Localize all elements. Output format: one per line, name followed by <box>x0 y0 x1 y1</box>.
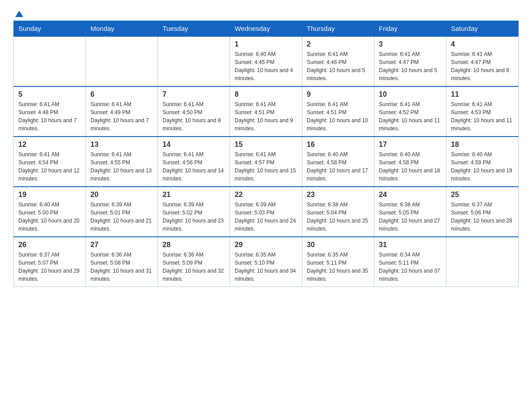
day-info: Sunrise: 6:41 AMSunset: 4:57 PMDaylight:… <box>235 150 297 183</box>
weekday-header-monday: Monday <box>86 21 158 37</box>
day-info: Sunrise: 6:41 AMSunset: 4:56 PMDaylight:… <box>163 150 225 183</box>
calendar-cell: 6Sunrise: 6:41 AMSunset: 4:49 PMDaylight… <box>86 86 158 137</box>
calendar-cell: 27Sunrise: 6:36 AMSunset: 5:08 PMDayligh… <box>86 237 158 287</box>
day-info: Sunrise: 6:41 AMSunset: 4:47 PMDaylight:… <box>379 50 442 82</box>
day-info: Sunrise: 6:39 AMSunset: 5:01 PMDaylight:… <box>90 201 153 233</box>
day-number: 17 <box>379 141 442 149</box>
day-info: Sunrise: 6:40 AMSunset: 4:59 PMDaylight:… <box>451 150 514 183</box>
day-info: Sunrise: 6:38 AMSunset: 5:04 PMDaylight:… <box>307 201 369 233</box>
day-number: 7 <box>163 90 225 98</box>
calendar-cell: 1Sunrise: 6:40 AMSunset: 4:45 PMDaylight… <box>230 36 302 86</box>
day-number: 20 <box>90 191 153 199</box>
day-info: Sunrise: 6:40 AMSunset: 4:58 PMDaylight:… <box>379 150 442 183</box>
calendar-cell: 22Sunrise: 6:39 AMSunset: 5:03 PMDayligh… <box>230 187 302 237</box>
day-number: 31 <box>379 241 442 249</box>
day-number: 5 <box>18 90 81 98</box>
day-info: Sunrise: 6:41 AMSunset: 4:51 PMDaylight:… <box>235 100 297 133</box>
calendar-cell: 16Sunrise: 6:40 AMSunset: 4:58 PMDayligh… <box>302 137 374 187</box>
weekday-header-wednesday: Wednesday <box>230 21 302 37</box>
day-number: 2 <box>307 40 369 48</box>
calendar-cell: 17Sunrise: 6:40 AMSunset: 4:58 PMDayligh… <box>374 137 446 187</box>
calendar-cell: 26Sunrise: 6:37 AMSunset: 5:07 PMDayligh… <box>14 237 86 287</box>
day-info: Sunrise: 6:40 AMSunset: 5:00 PMDaylight:… <box>18 201 81 233</box>
day-info: Sunrise: 6:41 AMSunset: 4:47 PMDaylight:… <box>451 50 514 82</box>
weekday-header-saturday: Saturday <box>446 21 519 37</box>
day-info: Sunrise: 6:34 AMSunset: 5:11 PMDaylight:… <box>379 251 442 283</box>
day-number: 8 <box>235 90 297 98</box>
day-number: 3 <box>379 40 442 48</box>
calendar-cell: 28Sunrise: 6:36 AMSunset: 5:09 PMDayligh… <box>158 237 230 287</box>
weekday-header-thursday: Thursday <box>302 21 374 37</box>
calendar-cell: 29Sunrise: 6:35 AMSunset: 5:10 PMDayligh… <box>230 237 302 287</box>
day-number: 26 <box>18 241 81 249</box>
day-info: Sunrise: 6:41 AMSunset: 4:51 PMDaylight:… <box>307 100 369 133</box>
calendar-cell <box>14 36 86 86</box>
logo <box>13 9 24 16</box>
calendar-week-row: 12Sunrise: 6:41 AMSunset: 4:54 PMDayligh… <box>14 137 519 187</box>
calendar-cell: 5Sunrise: 6:41 AMSunset: 4:48 PMDaylight… <box>14 86 86 137</box>
calendar-cell <box>86 36 158 86</box>
day-number: 4 <box>451 40 514 48</box>
day-info: Sunrise: 6:39 AMSunset: 5:03 PMDaylight:… <box>235 201 297 233</box>
day-info: Sunrise: 6:36 AMSunset: 5:08 PMDaylight:… <box>90 251 153 283</box>
calendar-week-row: 5Sunrise: 6:41 AMSunset: 4:48 PMDaylight… <box>14 86 519 137</box>
day-info: Sunrise: 6:35 AMSunset: 5:11 PMDaylight:… <box>307 251 369 283</box>
calendar-cell: 19Sunrise: 6:40 AMSunset: 5:00 PMDayligh… <box>14 187 86 237</box>
day-info: Sunrise: 6:40 AMSunset: 4:58 PMDaylight:… <box>307 150 369 183</box>
day-info: Sunrise: 6:41 AMSunset: 4:54 PMDaylight:… <box>18 150 81 183</box>
calendar-cell: 14Sunrise: 6:41 AMSunset: 4:56 PMDayligh… <box>158 137 230 187</box>
day-number: 30 <box>307 241 369 249</box>
day-number: 14 <box>163 141 225 149</box>
weekday-header-sunday: Sunday <box>14 21 86 37</box>
day-info: Sunrise: 6:40 AMSunset: 4:45 PMDaylight:… <box>235 50 297 82</box>
calendar-cell: 11Sunrise: 6:41 AMSunset: 4:53 PMDayligh… <box>446 86 519 137</box>
day-number: 10 <box>379 90 442 98</box>
calendar-week-row: 1Sunrise: 6:40 AMSunset: 4:45 PMDaylight… <box>14 36 519 86</box>
calendar-cell: 3Sunrise: 6:41 AMSunset: 4:47 PMDaylight… <box>374 36 446 86</box>
calendar-cell: 2Sunrise: 6:41 AMSunset: 4:46 PMDaylight… <box>302 36 374 86</box>
weekday-header-friday: Friday <box>374 21 446 37</box>
calendar-week-row: 19Sunrise: 6:40 AMSunset: 5:00 PMDayligh… <box>14 187 519 237</box>
day-number: 18 <box>451 141 514 149</box>
calendar-cell: 24Sunrise: 6:38 AMSunset: 5:05 PMDayligh… <box>374 187 446 237</box>
day-number: 11 <box>451 90 514 98</box>
day-info: Sunrise: 6:39 AMSunset: 5:02 PMDaylight:… <box>163 201 225 233</box>
day-info: Sunrise: 6:36 AMSunset: 5:09 PMDaylight:… <box>163 251 225 283</box>
day-number: 16 <box>307 141 369 149</box>
day-number: 23 <box>307 191 369 199</box>
calendar-header-row: SundayMondayTuesdayWednesdayThursdayFrid… <box>14 21 519 37</box>
day-info: Sunrise: 6:41 AMSunset: 4:52 PMDaylight:… <box>379 100 442 133</box>
day-number: 24 <box>379 191 442 199</box>
calendar-cell: 20Sunrise: 6:39 AMSunset: 5:01 PMDayligh… <box>86 187 158 237</box>
svg-marker-0 <box>15 11 23 17</box>
day-info: Sunrise: 6:41 AMSunset: 4:55 PMDaylight:… <box>90 150 153 183</box>
calendar-cell: 15Sunrise: 6:41 AMSunset: 4:57 PMDayligh… <box>230 137 302 187</box>
calendar-cell: 18Sunrise: 6:40 AMSunset: 4:59 PMDayligh… <box>446 137 519 187</box>
logo-triangle-icon <box>14 9 24 19</box>
day-number: 29 <box>235 241 297 249</box>
calendar-cell: 21Sunrise: 6:39 AMSunset: 5:02 PMDayligh… <box>158 187 230 237</box>
day-number: 22 <box>235 191 297 199</box>
calendar-cell <box>158 36 230 86</box>
calendar-cell: 9Sunrise: 6:41 AMSunset: 4:51 PMDaylight… <box>302 86 374 137</box>
day-info: Sunrise: 6:41 AMSunset: 4:50 PMDaylight:… <box>163 100 225 133</box>
day-number: 21 <box>163 191 225 199</box>
day-info: Sunrise: 6:41 AMSunset: 4:46 PMDaylight:… <box>307 50 369 82</box>
page-header <box>13 9 519 16</box>
calendar-cell: 10Sunrise: 6:41 AMSunset: 4:52 PMDayligh… <box>374 86 446 137</box>
calendar-table: SundayMondayTuesdayWednesdayThursdayFrid… <box>13 21 519 287</box>
day-info: Sunrise: 6:35 AMSunset: 5:10 PMDaylight:… <box>235 251 297 283</box>
calendar-cell: 4Sunrise: 6:41 AMSunset: 4:47 PMDaylight… <box>446 36 519 86</box>
calendar-cell <box>446 237 519 287</box>
calendar-cell: 23Sunrise: 6:38 AMSunset: 5:04 PMDayligh… <box>302 187 374 237</box>
calendar-cell: 13Sunrise: 6:41 AMSunset: 4:55 PMDayligh… <box>86 137 158 187</box>
day-number: 1 <box>235 40 297 48</box>
day-number: 6 <box>90 90 153 98</box>
day-number: 15 <box>235 141 297 149</box>
day-info: Sunrise: 6:37 AMSunset: 5:07 PMDaylight:… <box>18 251 81 283</box>
day-info: Sunrise: 6:37 AMSunset: 5:06 PMDaylight:… <box>451 201 514 233</box>
calendar-cell: 7Sunrise: 6:41 AMSunset: 4:50 PMDaylight… <box>158 86 230 137</box>
day-number: 9 <box>307 90 369 98</box>
day-number: 13 <box>90 141 153 149</box>
day-info: Sunrise: 6:41 AMSunset: 4:53 PMDaylight:… <box>451 100 514 133</box>
